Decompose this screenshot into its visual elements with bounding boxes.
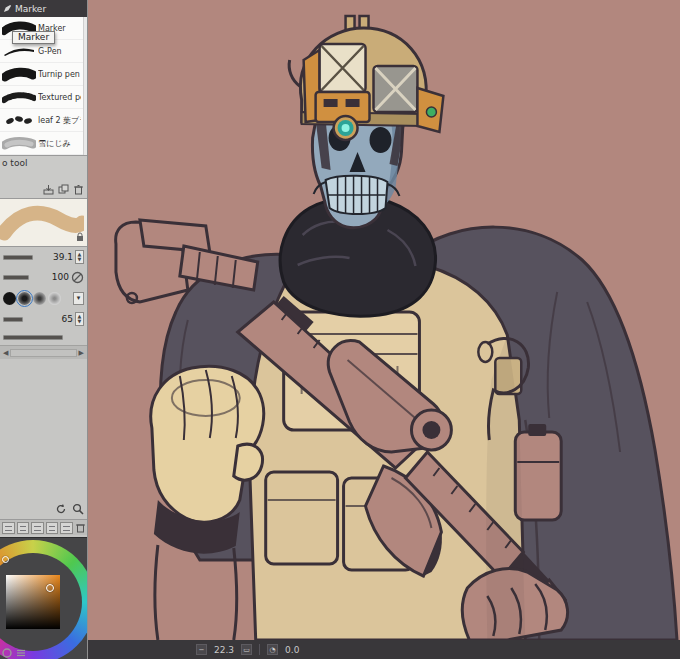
brush-stroke-preview: [0, 198, 87, 246]
brush-item-turnip-pen[interactable]: Turnip pen: [0, 63, 83, 86]
palette-dock-row: [0, 519, 87, 535]
density-stepper[interactable]: ▲▼: [75, 312, 84, 326]
palette-dock-icon-3[interactable]: [31, 522, 44, 534]
brush-size-stepper[interactable]: ▲▼: [75, 250, 84, 264]
brush-tip-medium-icon[interactable]: [18, 292, 31, 305]
brush-panel-header: Marker: [0, 0, 87, 17]
brush-stroke-thumbnail: [2, 135, 36, 151]
opacity-row: 100: [0, 267, 87, 287]
brush-label: Turnip pen: [38, 70, 80, 79]
brush-stroke-thumbnail: [2, 66, 36, 82]
brush-stroke-thumbnail: [2, 89, 36, 105]
brush-list-scrollbar[interactable]: [83, 17, 87, 155]
color-sliders-tab-icon[interactable]: [16, 648, 26, 658]
magnifier-icon[interactable]: [72, 503, 84, 515]
property-scrollbar[interactable]: [10, 349, 76, 357]
hue-cursor[interactable]: [2, 556, 9, 563]
density-value: 65: [62, 314, 73, 324]
trash-icon[interactable]: [75, 522, 86, 533]
brush-label: leaf 2 葉ブラシ: [38, 115, 81, 126]
density-row: 65 ▲▼: [0, 309, 87, 329]
palette-dock-icon-5[interactable]: [60, 522, 73, 534]
palette-dock-icon-1[interactable]: [2, 522, 15, 534]
brush-item-textured-pen[interactable]: Textured pen: [0, 86, 83, 109]
reset-icon[interactable]: [55, 503, 67, 515]
saturation-value-square[interactable]: [6, 575, 60, 629]
rotation-value: 0.0: [285, 645, 299, 655]
scroll-right-icon[interactable]: ▶: [79, 349, 84, 357]
brush-size-value: 39.1: [53, 252, 73, 262]
brush-label: G-Pen: [38, 47, 62, 56]
sv-cursor[interactable]: [46, 584, 54, 592]
palette-dock-icon-2[interactable]: [17, 522, 30, 534]
opacity-slider[interactable]: [3, 275, 29, 280]
brush-item-leaf[interactable]: leaf 2 葉ブラシ: [0, 109, 83, 132]
color-wheel-panel: [0, 537, 87, 659]
delete-subtool-icon[interactable]: [73, 184, 84, 195]
extra-slider[interactable]: [3, 335, 63, 340]
palette-dock-icon-4[interactable]: [46, 522, 59, 534]
no-texture-icon[interactable]: [71, 271, 84, 284]
tool-property-panel: 39.1 ▲▼ 100 ▾ 65 ▲▼: [0, 246, 87, 359]
statusbar-separator: [259, 644, 260, 655]
brush-tip-softest-icon[interactable]: [48, 292, 61, 305]
brush-tip-row: ▾: [0, 287, 87, 309]
brush-tip-hard-icon[interactable]: [3, 292, 16, 305]
density-slider[interactable]: [3, 317, 23, 322]
paint-app-window: Marker Marker Marker G-Pen Turnip pen Te…: [0, 0, 680, 659]
scroll-left-icon[interactable]: ◀: [3, 349, 8, 357]
lock-icon[interactable]: [76, 232, 84, 242]
brush-panel-icon: [3, 4, 12, 13]
fit-screen-icon[interactable]: ▭: [241, 644, 252, 655]
brush-item-snow[interactable]: 雪にじみ: [0, 132, 83, 155]
rotate-reset-icon[interactable]: ◔: [267, 644, 278, 655]
canvas-area[interactable]: − 22.3 ▭ ◔ 0.0: [88, 0, 680, 659]
color-wheel-tab-icon[interactable]: [2, 648, 12, 658]
brush-size-row: 39.1 ▲▼: [0, 247, 87, 267]
zoom-value: 22.3: [214, 645, 234, 655]
duplicate-subtool-icon[interactable]: [58, 184, 69, 195]
brush-stroke-thumbnail: [2, 43, 36, 59]
brush-size-slider[interactable]: [3, 255, 33, 260]
extra-slider-row: [0, 329, 87, 345]
zoom-out-icon[interactable]: −: [196, 644, 207, 655]
brush-list: Marker Marker G-Pen Turnip pen Textured …: [0, 17, 83, 155]
canvas-artwork[interactable]: [88, 0, 679, 640]
import-subtool-icon[interactable]: [43, 184, 54, 195]
tool-sidebar: Marker Marker Marker G-Pen Turnip pen Te…: [0, 0, 88, 659]
property-scroll-row: ◀ ▶: [0, 345, 87, 359]
panel-title: Marker: [15, 4, 46, 14]
brush-label: Textured pen: [38, 93, 81, 102]
brush-tip-soft-icon[interactable]: [33, 292, 46, 305]
brush-tooltip: Marker: [12, 31, 55, 44]
subtool-panel: o tool: [0, 155, 87, 198]
brush-label: 雪にじみ: [38, 138, 71, 149]
brush-tip-dropdown[interactable]: ▾: [73, 292, 84, 305]
canvas-statusbar: − 22.3 ▭ ◔ 0.0: [88, 640, 680, 659]
brush-stroke-thumbnail: [2, 112, 36, 128]
opacity-value: 100: [52, 272, 69, 282]
subtool-label: o tool: [0, 156, 87, 168]
